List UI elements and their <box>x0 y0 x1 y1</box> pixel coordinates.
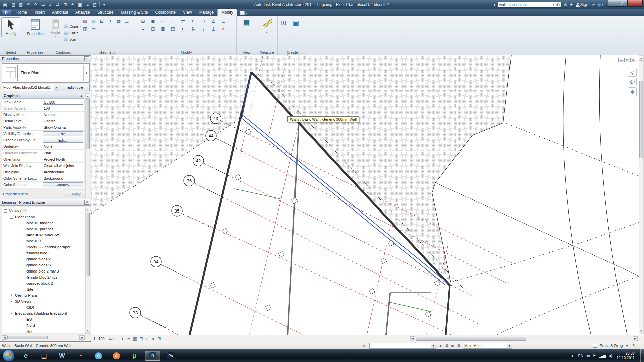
scroll-down-icon[interactable]: ▼ <box>639 329 643 334</box>
editable-only-icon[interactable]: ▣ <box>451 344 454 348</box>
copy-icon[interactable]: ⇄ <box>179 17 187 25</box>
type-selector-dropdown-icon[interactable]: ▾ <box>83 65 89 81</box>
tree-item[interactable]: Grinda bloc 2/niv2 <box>2 274 89 280</box>
zoom-icon[interactable]: ⊕▾ <box>628 78 637 86</box>
perpendicular-icon[interactable]: ⊥ <box>210 25 217 33</box>
selection-filter-icon[interactable]: ▼ <box>626 344 629 348</box>
network-icon[interactable]: ▂▄▆ <box>599 354 605 358</box>
tree-item[interactable]: blocul1 fundatie <box>2 220 89 226</box>
volume-icon[interactable]: ◀) <box>609 354 613 358</box>
combo-arrow-icon[interactable]: ▾ <box>54 84 59 90</box>
scrollbar-thumb[interactable] <box>86 99 90 149</box>
tree-item[interactable]: Nord <box>2 322 89 328</box>
ribbon-tab[interactable]: Insert <box>31 9 48 16</box>
tree-expander-icon[interactable]: - <box>10 312 13 315</box>
qat-customize-icon[interactable]: ▾ <box>101 2 108 8</box>
property-value[interactable]: Architectural <box>42 169 84 175</box>
steering-wheel-icon[interactable]: ◎ <box>628 68 637 77</box>
binoculars-icon[interactable] <box>556 3 560 7</box>
property-value[interactable]: Edit... <box>42 131 84 137</box>
keyboard-icon[interactable]: ▭ <box>586 354 590 358</box>
property-value[interactable]: 1 : 100 <box>42 99 84 105</box>
scroll-left-icon[interactable]: ◀ <box>410 336 415 341</box>
ribbon-tab[interactable]: Annotate <box>48 9 72 16</box>
info-center-search[interactable]: ▾ <box>498 2 561 8</box>
property-value[interactable]: Background <box>42 175 84 181</box>
skype-icon[interactable]: S <box>91 351 106 361</box>
aimp-icon[interactable]: A <box>109 351 124 361</box>
tree-item[interactable]: Site <box>2 286 89 292</box>
subscription-icon[interactable]: ⊕ <box>564 2 567 7</box>
grid-bubble[interactable]: 44 <box>206 130 216 141</box>
rotate-icon[interactable]: ↶ <box>190 17 197 25</box>
ribbon-tab[interactable]: View <box>179 9 196 16</box>
press-drag-label[interactable]: Press & Drag <box>600 344 623 348</box>
thin-lines-icon[interactable]: ▤ <box>91 2 98 8</box>
scale-icon[interactable]: ▭ <box>108 336 114 341</box>
view-close-icon[interactable]: ✕ <box>630 58 636 62</box>
ribbon-tab[interactable]: Home <box>13 9 31 16</box>
canvas-vscrollbar[interactable]: ▲ ▼ <box>639 55 644 334</box>
save-icon[interactable]: ▦ <box>17 2 24 8</box>
ribbon-tab[interactable]: Manage <box>196 9 217 16</box>
worksets-icon[interactable]: ⊕ <box>363 343 367 348</box>
create-similar-button[interactable]: ▣ <box>291 17 301 28</box>
tree-item[interactable]: - Floor Plans <box>2 214 89 220</box>
ribbon-tab[interactable]: Massing & Site <box>117 9 151 16</box>
panel-label-properties[interactable]: Properties <box>22 50 48 55</box>
beam-cope-icon[interactable]: ◑ <box>107 17 114 25</box>
clock[interactable]: 20:37 12.10.2011 <box>616 351 635 360</box>
paste-button[interactable]: Paste ▾ <box>50 17 61 48</box>
language-indicator[interactable]: EN <box>578 354 583 358</box>
open-icon[interactable]: ▥ <box>10 2 17 8</box>
windows-explorer-icon[interactable]: ▤ <box>36 351 52 361</box>
text-icon[interactable]: ± <box>69 2 76 8</box>
redo-icon[interactable]: ↷ <box>32 2 39 8</box>
property-value[interactable]: Clean all wall joins <box>42 163 84 169</box>
project-browser-close-icon[interactable]: ✕ <box>84 200 89 205</box>
tree-item[interactable]: + Ceiling Plans <box>2 292 89 298</box>
property-value[interactable]: Normal <box>42 112 84 118</box>
photoshop-icon[interactable]: Ps <box>163 351 178 361</box>
property-value[interactable]: Coarse <box>42 118 84 124</box>
grid-bubble[interactable]: 34 <box>151 256 161 267</box>
panel-label-select[interactable]: Select <box>0 50 22 55</box>
ribbon-tab[interactable]: Collaborate <box>152 9 179 16</box>
section-collapse-icon[interactable]: ▴ <box>80 94 82 97</box>
property-value[interactable]: Project North <box>42 156 84 162</box>
measure-icon[interactable]: ∠ <box>47 2 54 8</box>
design-option-combo[interactable]: Main Model▾ <box>463 343 512 349</box>
ribbon-tab[interactable]: Structure <box>94 9 117 16</box>
offset-icon[interactable]: ▣ <box>149 17 157 25</box>
scroll-right-icon[interactable]: ▶ <box>633 336 638 341</box>
wall-joins-icon[interactable]: ⊞ <box>98 17 106 25</box>
view-tools-button[interactable]: ▦ <box>238 17 255 28</box>
section-icon[interactable]: ≡ <box>84 2 91 8</box>
revit-app-button[interactable]: R <box>2 10 11 15</box>
firefox-icon[interactable]: ◔ <box>72 351 88 361</box>
sign-in-dropdown-icon[interactable]: ▾ <box>593 3 595 6</box>
array-icon[interactable]: ⊟ <box>149 25 157 33</box>
undo-icon[interactable]: ↶ <box>25 2 32 8</box>
search-prev-icon[interactable]: ◂ <box>493 2 495 7</box>
tree-item[interactable]: - Elevations (Building Elevation) <box>2 310 89 316</box>
tree-item[interactable]: blocul 1/1 <box>2 238 89 244</box>
property-value[interactable]: 100 <box>42 105 84 111</box>
close-button[interactable]: ✕ <box>627 0 643 7</box>
search-dropdown-icon[interactable]: ▾ <box>553 3 554 6</box>
tree-expander-icon[interactable]: - <box>4 209 7 213</box>
canvas-hscrollbar[interactable]: ◀ ▶ <box>410 336 638 341</box>
shadows-icon[interactable]: ▦ <box>132 336 138 341</box>
scale-icon[interactable]: ⊠ <box>159 25 167 33</box>
maximize-button[interactable]: ▢ <box>618 0 627 7</box>
tree-item[interactable]: parapet block 2 <box>2 280 89 286</box>
scroll-down-icon[interactable]: ▼ <box>86 328 90 333</box>
view-minimize-icon[interactable]: — <box>618 58 624 62</box>
tree-item[interactable]: Sud <box>2 328 89 333</box>
move-icon[interactable]: ↔ <box>169 17 177 25</box>
graphics-section-header[interactable]: Graphics ▴ <box>2 93 84 99</box>
sun-path-icon[interactable]: ☀ <box>126 336 132 341</box>
search-input[interactable] <box>499 3 552 7</box>
scroll-right-icon[interactable]: ▶ <box>79 335 85 340</box>
properties-help-link[interactable]: Properties help <box>3 192 28 196</box>
